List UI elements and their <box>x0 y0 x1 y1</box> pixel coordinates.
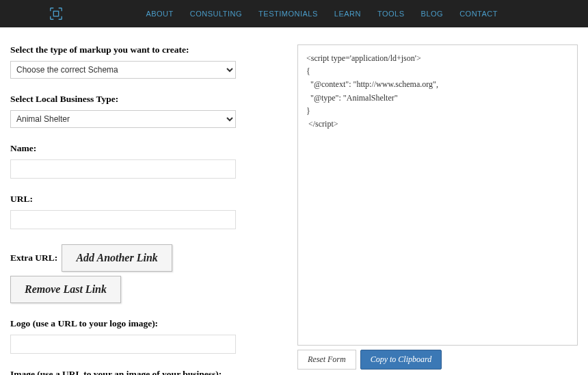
nav-tools[interactable]: TOOLS <box>369 10 413 18</box>
name-label: Name: <box>10 143 236 154</box>
nav-about[interactable]: ABOUT <box>137 10 181 18</box>
output-column: <script type='application/ld+json'> { "@… <box>297 44 578 375</box>
name-input[interactable] <box>10 159 236 179</box>
business-type-select[interactable]: Animal Shelter <box>10 110 236 128</box>
main-container: Select the type of markup you want to cr… <box>0 27 588 375</box>
image-label: Image (use a URL to your an image of you… <box>10 369 236 375</box>
extra-url-row: Extra URL: Add Another Link Remove Last … <box>10 244 236 303</box>
nav-blog[interactable]: BLOG <box>413 10 452 18</box>
svg-rect-0 <box>53 11 58 16</box>
business-type-label: Select Local Business Type: <box>10 94 236 105</box>
image-group: Image (use a URL to your an image of you… <box>10 369 236 375</box>
logo-group: Logo (use a URL to your logo image): <box>10 318 236 354</box>
url-label: URL: <box>10 194 236 205</box>
nav-contact[interactable]: CONTACT <box>451 10 506 18</box>
markup-type-label: Select the type of markup you want to cr… <box>10 44 236 55</box>
navbar-nav: ABOUT CONSULTING TESTIMONIALS LEARN TOOL… <box>137 10 574 18</box>
markup-type-select[interactable]: Choose the correct Schema <box>10 61 236 79</box>
nav-consulting[interactable]: CONSULTING <box>182 10 250 18</box>
logo-label: Logo (use a URL to your logo image): <box>10 318 236 329</box>
nav-learn[interactable]: LEARN <box>326 10 369 18</box>
business-type-group: Select Local Business Type: Animal Shelt… <box>10 94 236 128</box>
nav-testimonials[interactable]: TESTIMONIALS <box>250 10 326 18</box>
add-link-button[interactable]: Add Another Link <box>62 244 172 272</box>
copy-clipboard-button[interactable]: Copy to Clipboard <box>360 350 442 370</box>
navbar: ABOUT CONSULTING TESTIMONIALS LEARN TOOL… <box>0 0 588 27</box>
name-group: Name: <box>10 143 236 179</box>
output-code[interactable]: <script type='application/ld+json'> { "@… <box>297 44 578 346</box>
remove-link-button[interactable]: Remove Last Link <box>10 276 121 303</box>
logo-icon[interactable] <box>48 5 64 22</box>
reset-form-button[interactable]: Reset Form <box>297 350 356 370</box>
url-input[interactable] <box>10 210 236 229</box>
output-actions: Reset Form Copy to Clipboard <box>297 350 578 370</box>
markup-type-group: Select the type of markup you want to cr… <box>10 44 236 79</box>
url-group: URL: <box>10 194 236 229</box>
extra-url-label: Extra URL: <box>10 253 57 263</box>
form-column: Select the type of markup you want to cr… <box>10 44 236 375</box>
logo-input[interactable] <box>10 335 236 354</box>
